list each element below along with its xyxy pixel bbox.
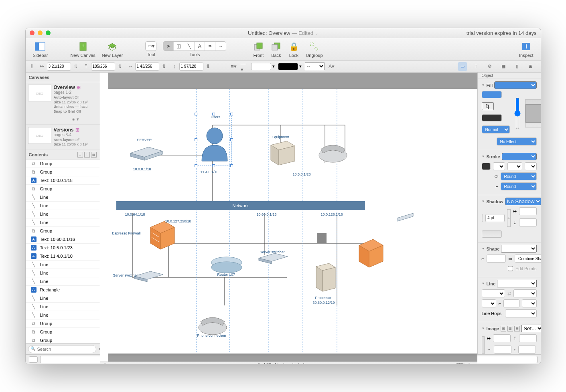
line-start[interactable] — [482, 289, 505, 297]
contents-item[interactable]: ╲Line — [26, 294, 100, 303]
line-arrow-start[interactable] — [482, 299, 496, 307]
contents-item[interactable]: ⧉Group — [26, 185, 100, 193]
image-well[interactable] — [482, 336, 485, 354]
contents-item[interactable]: ⧉Group — [26, 328, 100, 336]
img-w[interactable] — [494, 346, 511, 354]
fill-color-2[interactable] — [482, 114, 502, 121]
edit-points-check[interactable] — [508, 265, 513, 273]
y-input[interactable] — [91, 63, 115, 71]
close-icon[interactable] — [30, 30, 34, 35]
shape-tool[interactable]: ◫ — [174, 42, 184, 51]
fill-color-well[interactable] — [278, 63, 298, 70]
contents-item[interactable]: ╲Line — [26, 210, 100, 218]
chevron-down-icon[interactable]: ⌄ — [315, 31, 318, 35]
x-input[interactable] — [47, 63, 71, 71]
contents-list[interactable]: ⧉Group⧉GroupAText: 10.0.0.1/18⧉Group╲Lin… — [26, 160, 100, 343]
line-curve[interactable] — [503, 299, 519, 307]
img-stretch-icon[interactable]: ▥ — [507, 326, 513, 331]
pen-tool[interactable]: ✒ — [205, 42, 215, 51]
img-y[interactable] — [519, 334, 537, 342]
fill-slider[interactable] — [512, 97, 523, 129]
contents-item[interactable]: AText: 10.5.0.1/23 — [26, 244, 100, 252]
expand-tool[interactable]: → — [215, 42, 226, 51]
fill-color-1[interactable] — [482, 91, 502, 98]
stroke-style-icon[interactable]: ≡▾ — [230, 63, 237, 70]
cap-select[interactable]: Round — [501, 172, 537, 180]
contents-view-toggle[interactable]: ≡⦙⊞ — [77, 152, 97, 158]
object-tab[interactable]: ▭ — [458, 62, 467, 71]
shadow-blur-input[interactable] — [485, 214, 505, 222]
front-button[interactable]: Front — [253, 41, 264, 58]
network-bar[interactable]: Network — [116, 201, 365, 210]
shadow-y[interactable] — [519, 218, 537, 226]
stroke-thick-select[interactable] — [525, 162, 537, 170]
minimize-icon[interactable] — [38, 30, 43, 35]
zoom-level[interactable]: 75% — [456, 362, 465, 365]
fill-type-select[interactable] — [494, 81, 536, 89]
shadow-color[interactable] — [482, 214, 483, 222]
line-hops-select[interactable] — [505, 309, 536, 317]
new-canvas-button[interactable]: + New Canvas — [70, 41, 95, 58]
contents-item[interactable]: ⧉Group — [26, 227, 100, 235]
text-tool[interactable]: A — [195, 42, 205, 51]
contents-item[interactable]: ╲Line — [26, 269, 100, 277]
swap-colors-button[interactable]: ⇅ — [482, 102, 494, 110]
stroke-dash-select[interactable]: -- — [507, 162, 522, 170]
combine-select[interactable]: Combine Shapes — [515, 255, 541, 263]
stroke-width-select[interactable]: ≡ — [493, 162, 505, 170]
contents-item[interactable]: ╲Line — [26, 261, 100, 269]
dash-select[interactable]: -- — [305, 63, 325, 70]
img-natural-icon[interactable]: ▣ — [501, 326, 506, 331]
img-h[interactable] — [518, 346, 536, 354]
w-input[interactable] — [135, 63, 159, 71]
corner-select[interactable]: Round — [501, 182, 537, 190]
contents-item[interactable]: ╲Line — [26, 303, 100, 311]
contents-item[interactable]: ╲Line — [26, 277, 100, 286]
h-input[interactable] — [179, 63, 203, 71]
footer-well[interactable] — [29, 356, 38, 363]
back-button[interactable]: Back — [270, 41, 282, 58]
contents-item[interactable]: ⧉Group — [26, 168, 100, 176]
grid-tab[interactable]: ⊞ — [526, 62, 535, 71]
text-tab[interactable]: T — [472, 62, 481, 71]
line-arrow-end[interactable] — [522, 299, 536, 307]
lock-button[interactable]: 🔒Lock — [288, 41, 299, 58]
canvas-page[interactable]: Network SERVER 10.0.0.1/18 Users 11.4.0.… — [108, 89, 477, 354]
shape-preset[interactable] — [501, 245, 536, 253]
search-input[interactable] — [28, 345, 96, 353]
properties-tab[interactable]: ⚙ — [485, 62, 494, 71]
img-x[interactable] — [493, 334, 511, 342]
sidebar-toggle-button[interactable]: Sidebar — [33, 41, 48, 58]
new-layer-button[interactable]: New Layer — [102, 41, 123, 58]
contents-item[interactable]: ╲Line — [26, 218, 100, 227]
line-end[interactable] — [513, 289, 537, 297]
pointer-tool[interactable]: ➤ — [163, 42, 174, 51]
shadow-x[interactable] — [519, 207, 537, 215]
zoom-icon[interactable] — [46, 30, 51, 35]
tool-popup[interactable]: ▭▾ Tool — [145, 41, 156, 57]
contents-item[interactable]: ⧉Group — [26, 336, 100, 343]
contents-item[interactable]: AText: 10.60.0.1/16 — [26, 235, 100, 244]
line-dash-icon[interactable]: —▾ — [241, 63, 248, 70]
canvas-tab[interactable]: ▦ — [499, 62, 508, 71]
shadow-offset-preview[interactable]: + — [507, 209, 510, 227]
img-tile-icon[interactable]: ⊞ — [514, 326, 520, 331]
shape-radius[interactable] — [487, 255, 506, 263]
tool-dropdown[interactable]: ▭▾ — [146, 42, 156, 51]
contents-item[interactable]: AText: 11.4.0.1/10 — [26, 252, 100, 261]
selection-handles[interactable] — [196, 114, 232, 166]
shadow-opacity[interactable] — [482, 230, 502, 238]
shadow-mode-select[interactable]: No Shadow — [505, 198, 541, 205]
contents-item[interactable]: ⧉Group — [26, 319, 100, 328]
blend-select[interactable]: Normal — [482, 125, 510, 133]
effect-select[interactable]: No Effect — [497, 137, 537, 145]
font-icon[interactable]: A▾ — [328, 63, 335, 70]
line-preset[interactable] — [497, 280, 536, 287]
canvas-viewport[interactable]: Network SERVER 10.0.0.1/18 Users 11.4.0.… — [108, 73, 477, 362]
canvas-item[interactable]: ◫◫◫ Overview ⊞pages 1-2 Auto-layout OffS… — [26, 82, 100, 125]
stroke-preset-select[interactable] — [502, 153, 537, 160]
inspect-button[interactable]: iInspect — [519, 41, 533, 58]
contents-item[interactable]: ARectangle — [26, 286, 100, 294]
contents-item[interactable]: ╲Line — [26, 193, 100, 202]
stroke-color[interactable] — [482, 163, 491, 170]
